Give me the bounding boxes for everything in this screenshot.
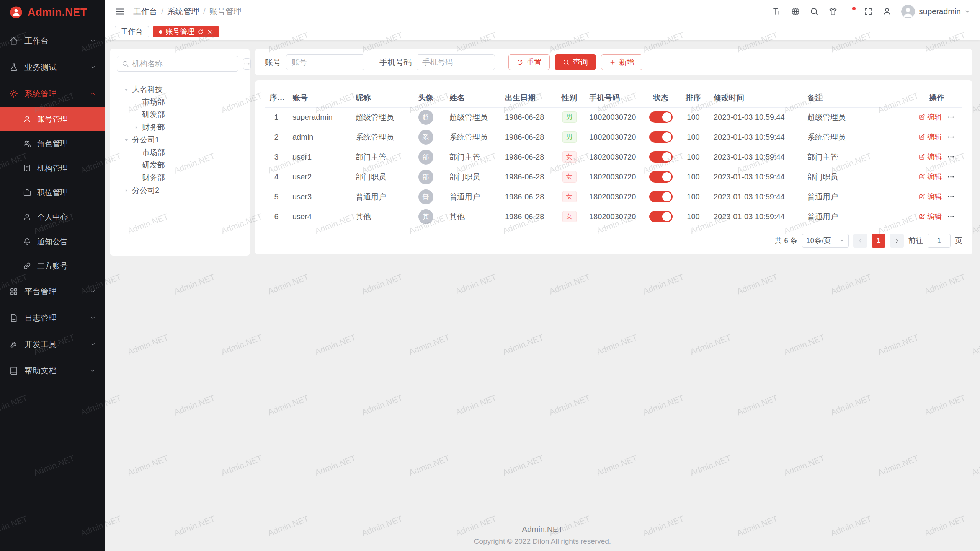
phone-input[interactable] (416, 54, 495, 70)
sidebar-subitem[interactable]: 三方账号 (0, 254, 105, 278)
status-toggle[interactable] (649, 151, 673, 163)
tree-node-label: 研发部 (142, 160, 165, 170)
row-more-button[interactable] (947, 173, 955, 181)
status-toggle[interactable] (649, 131, 673, 143)
app-logo[interactable]: Admin.NET (0, 0, 105, 24)
tree-node[interactable]: 研发部 (117, 159, 243, 171)
sidebar-subitem[interactable]: 通知公告 (0, 229, 105, 254)
search-button[interactable]: 查询 (555, 54, 596, 70)
table-cell (644, 207, 678, 227)
table-cell: 超 (407, 107, 445, 127)
sidebar-item[interactable]: 开发工具 (0, 331, 105, 357)
sidebar-subitem[interactable]: 账号管理 (0, 107, 105, 131)
tree-node[interactable]: 研发部 (117, 108, 243, 121)
tree-caret-icon[interactable] (122, 135, 131, 144)
table-cell: 部门职员 (351, 167, 407, 187)
tab[interactable]: 工作台 (115, 26, 149, 37)
table-cell: 1986-06-28 (500, 127, 554, 147)
table-cell: 18020030720 (585, 207, 644, 227)
row-more-button[interactable] (947, 193, 955, 201)
header-icon-group (772, 7, 892, 16)
fullscreen-icon[interactable] (864, 7, 873, 16)
chevron-down-icon (90, 341, 96, 347)
row-more-button[interactable] (947, 113, 955, 121)
table-cell: 4 (265, 167, 288, 187)
tree-caret-icon[interactable] (122, 85, 131, 94)
sidebar-item[interactable]: 业务测试 (0, 54, 105, 80)
tree-node[interactable]: 财务部 (117, 121, 243, 134)
sidebar-item[interactable]: 日志管理 (0, 305, 105, 331)
edit-icon (918, 213, 925, 220)
sidebar-subitem[interactable]: 职位管理 (0, 180, 105, 205)
notification-bell-icon[interactable] (847, 8, 854, 15)
tree-more-button[interactable] (243, 58, 251, 70)
edit-button[interactable]: 编辑 (918, 212, 942, 222)
plus-icon (609, 59, 616, 66)
sidebar-item[interactable]: 帮助文档 (0, 357, 105, 384)
tab-refresh-icon[interactable] (198, 29, 204, 35)
tab-close-icon[interactable] (207, 29, 213, 35)
table-cell: 系统管理员 (351, 127, 407, 147)
home-icon (9, 36, 18, 46)
status-toggle[interactable] (649, 111, 673, 123)
row-avatar: 超 (418, 110, 433, 125)
role-icon (23, 139, 31, 148)
account-input[interactable] (286, 54, 364, 70)
tree-caret-icon[interactable] (132, 123, 140, 132)
sidebar-item-label: 业务测试 (24, 62, 57, 73)
sidebar-item[interactable]: 系统管理 (0, 80, 105, 107)
status-toggle[interactable] (649, 211, 673, 222)
status-toggle[interactable] (649, 191, 673, 202)
row-more-button[interactable] (947, 153, 955, 161)
profile-icon[interactable] (882, 7, 892, 16)
breadcrumb-item[interactable]: 工作台 (133, 6, 157, 17)
user-menu[interactable]: superadmin (901, 5, 970, 18)
tree-caret-icon[interactable] (122, 186, 131, 195)
collapse-menu-icon[interactable] (115, 7, 125, 16)
tree-node[interactable]: 分公司2 (117, 184, 243, 197)
row-more-button[interactable] (947, 213, 955, 220)
table-cell: 普通用户 (803, 187, 911, 207)
next-page-button[interactable] (890, 234, 904, 248)
reset-button[interactable]: 重置 (508, 54, 550, 70)
tree-node[interactable]: 市场部 (117, 146, 243, 159)
org-search-box[interactable] (117, 56, 238, 72)
tree-node[interactable]: 财务部 (117, 171, 243, 184)
page-number-button[interactable]: 1 (872, 234, 885, 248)
edit-button[interactable]: 编辑 (918, 132, 942, 142)
pagination-total: 共 6 条 (775, 236, 797, 246)
prev-page-button[interactable] (853, 234, 867, 248)
sidebar-subitem[interactable]: 角色管理 (0, 131, 105, 156)
add-button[interactable]: 新增 (601, 54, 642, 70)
arrow-right-icon (894, 238, 900, 244)
page-unit-label: 页 (955, 236, 962, 246)
edit-button[interactable]: 编辑 (918, 112, 942, 122)
sidebar-item[interactable]: 工作台 (0, 28, 105, 54)
page-size-select[interactable]: 10条/页 (802, 234, 849, 248)
tree-node-label: 大名科技 (132, 84, 163, 95)
tree-node[interactable]: 分公司1 (117, 134, 243, 146)
edit-button[interactable]: 编辑 (918, 192, 942, 202)
tree-node[interactable]: 大名科技 (117, 83, 243, 96)
theme-icon[interactable] (828, 7, 838, 16)
language-icon[interactable] (791, 7, 800, 16)
tree-node[interactable]: 市场部 (117, 96, 243, 108)
chevron-down-icon (90, 38, 96, 44)
edit-button[interactable]: 编辑 (918, 152, 942, 162)
edit-button[interactable]: 编辑 (918, 172, 942, 182)
status-toggle[interactable] (649, 171, 673, 183)
breadcrumb-item[interactable]: 系统管理 (167, 6, 199, 17)
row-more-button[interactable] (947, 133, 955, 141)
tab-active[interactable]: 账号管理 (153, 26, 219, 37)
sidebar-subitem[interactable]: 机构管理 (0, 156, 105, 180)
org-search-input[interactable] (132, 59, 234, 68)
table-cell: 5 (265, 187, 288, 207)
goto-page-input[interactable] (928, 234, 951, 248)
font-size-icon[interactable] (772, 7, 781, 16)
global-search-icon[interactable] (810, 7, 819, 16)
tree-node-label: 分公司1 (132, 135, 159, 145)
sidebar-subitem[interactable]: 个人中心 (0, 205, 105, 229)
table-cell: 编辑 (911, 127, 962, 147)
sidebar-item[interactable]: 平台管理 (0, 278, 105, 305)
flask-icon (9, 63, 18, 72)
